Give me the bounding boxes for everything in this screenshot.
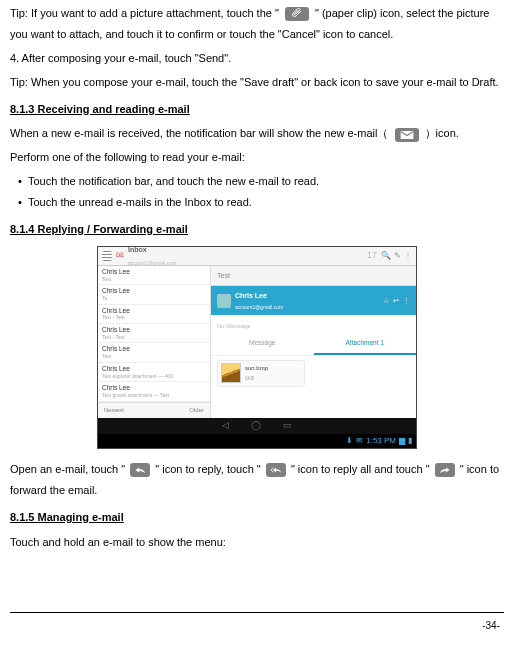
envelope-icon-svg xyxy=(400,129,414,141)
avatar xyxy=(217,294,231,308)
app-toolbar: ✉ Inbox account1@gmail.com 17 🔍 ✎ ⋮ xyxy=(98,247,416,266)
status-time: 1:53 PM xyxy=(366,433,396,448)
list-item: Chris Lee Test explorer attachment — 400 xyxy=(98,363,210,382)
sender-actions: ☆ ↩ ⋮ xyxy=(383,294,410,307)
item-name: Chris Lee xyxy=(102,326,206,334)
inbox-label: Inbox xyxy=(128,246,147,253)
compose-icon: ✎ xyxy=(394,248,401,263)
item-sub: Test - Test xyxy=(102,314,206,320)
item-name: Chris Lee xyxy=(102,365,206,373)
text: When a new e-mail is received, the notif… xyxy=(10,127,388,139)
recent-icon: ▭ xyxy=(283,417,292,434)
tip-save-draft: Tip: When you compose your e-mail, touch… xyxy=(10,72,504,93)
battery-icon: ▮ xyxy=(408,433,412,448)
attachment-text: sun.bmp 6KB xyxy=(245,363,268,384)
paperclip-icon-svg xyxy=(290,8,304,20)
forward-icon-svg xyxy=(439,465,451,475)
text: ）icon. xyxy=(425,127,459,139)
item-sub: Te xyxy=(102,295,206,301)
menu-icon xyxy=(102,251,112,261)
item-sub: Test - Test xyxy=(102,334,206,340)
perform-line: Perform one of the following to read you… xyxy=(10,147,504,168)
reply-icon xyxy=(130,463,150,477)
item-name: Chris Lee xyxy=(102,384,206,392)
heading-814: 8.1.4 Replying / Forwarding e-mail xyxy=(10,219,504,240)
screenshot-body: Chris Lee Test Chris Lee Te Chris Lee Te… xyxy=(98,266,416,418)
bullet-dot-icon: • xyxy=(18,192,28,213)
list-item: Chris Lee Te xyxy=(98,285,210,304)
message-pane: Test Chris Lee account1@gmail.com ☆ ↩ ⋮ xyxy=(211,266,416,418)
star-icon: ☆ xyxy=(383,294,389,307)
list-item: Chris Lee Test - Test xyxy=(98,305,210,324)
home-icon: ◯ xyxy=(251,417,261,434)
bullet-2: • Touch the unread e-mails in the Inbox … xyxy=(10,192,504,213)
attachment-list: sun.bmp 6KB xyxy=(211,356,416,418)
envelope-icon xyxy=(395,128,419,142)
attachment-thumb xyxy=(221,363,241,383)
paperclip-icon xyxy=(285,7,309,21)
tip-attachment: Tip: If you want to add a picture attach… xyxy=(10,3,504,45)
bullet-text: Touch the notification bar, and touch th… xyxy=(28,171,319,192)
sender-bar: Chris Lee account1@gmail.com ☆ ↩ ⋮ xyxy=(211,286,416,315)
screenshot-frame: ✉ Inbox account1@gmail.com 17 🔍 ✎ ⋮ Chri… xyxy=(97,246,417,449)
tab-message: Message xyxy=(211,334,314,354)
attachment-name: sun.bmp xyxy=(245,363,268,374)
text: " icon to reply all and touch " xyxy=(291,463,430,475)
attachment-item: sun.bmp 6KB xyxy=(217,360,305,387)
bullet-text: Touch the unread e-mails in the Inbox to… xyxy=(28,192,252,213)
manage-line: Touch and hold an e-mail to show the men… xyxy=(10,532,504,553)
overflow-icon: ⋮ xyxy=(404,248,412,263)
document-page: Tip: If you want to add a picture attach… xyxy=(0,3,514,645)
item-name: Chris Lee xyxy=(102,287,206,295)
item-sub: Test explorer attachment — 400 xyxy=(102,373,206,379)
email-app-screenshot: ✉ Inbox account1@gmail.com 17 🔍 ✎ ⋮ Chri… xyxy=(10,246,504,449)
android-nav-bar: ◁ ◯ ▭ xyxy=(98,418,416,434)
app-envelope-icon: ✉ xyxy=(116,247,124,264)
reply-icon-svg xyxy=(134,465,146,475)
item-name: Chris Lee xyxy=(102,307,206,315)
step-4: 4. After composing your e-mail, touch "S… xyxy=(10,48,504,69)
receive-line: When a new e-mail is received, the notif… xyxy=(10,123,504,144)
mail-status-icon: ✉ xyxy=(356,433,363,448)
item-sub: Test xyxy=(102,353,206,359)
android-status-bar: ⬇ ✉ 1:53 PM ▆ ▮ xyxy=(98,434,416,448)
sender-address: account1@gmail.com xyxy=(235,303,283,313)
bullet-1: • Touch the notification bar, and touch … xyxy=(10,171,504,192)
tab-attachment: Attachment 1 xyxy=(314,334,417,354)
text: Tip: If you want to add a picture attach… xyxy=(10,7,279,19)
subject-bar: Test xyxy=(211,266,416,286)
unread-count: 17 xyxy=(367,247,377,264)
back-icon: ◁ xyxy=(222,417,229,434)
item-sub: Test xyxy=(102,276,206,282)
sender-block: Chris Lee account1@gmail.com xyxy=(235,289,283,312)
text: " icon to reply, touch " xyxy=(155,463,260,475)
toolbar-icons: 🔍 ✎ ⋮ xyxy=(381,248,412,263)
page-number: -34- xyxy=(10,613,504,635)
heading-815: 8.1.5 Managing e-mail xyxy=(10,507,504,528)
list-item: Chris Lee Test - Test xyxy=(98,324,210,343)
message-tabs: Message Attachment 1 xyxy=(211,334,416,355)
attachment-size: 6KB xyxy=(245,374,268,384)
list-item: Chris Lee Test xyxy=(98,343,210,362)
bullet-dot-icon: • xyxy=(18,171,28,192)
reply-icon: ↩ xyxy=(393,294,399,307)
item-name: Chris Lee xyxy=(102,345,206,353)
list-item: Chris Lee Test gravel attachment — Test xyxy=(98,382,210,401)
reply-forward-line: Open an e-mail, touch " " icon to reply,… xyxy=(10,459,504,501)
message-list: Chris Lee Test Chris Lee Te Chris Lee Te… xyxy=(98,266,211,418)
wifi-icon: ▆ xyxy=(399,433,405,448)
list-item: Chris Lee Test xyxy=(98,266,210,285)
reply-all-icon-svg xyxy=(270,465,282,475)
no-message-label: No Message xyxy=(211,315,416,334)
forward-icon xyxy=(435,463,455,477)
heading-813: 8.1.3 Receiving and reading e-mail xyxy=(10,99,504,120)
pager-older: Older xyxy=(189,405,204,416)
search-icon: 🔍 xyxy=(381,248,391,263)
text: Open an e-mail, touch " xyxy=(10,463,125,475)
item-sub: Test gravel attachment — Test xyxy=(102,392,206,398)
reply-all-icon xyxy=(266,463,286,477)
download-icon: ⬇ xyxy=(346,433,353,448)
item-name: Chris Lee xyxy=(102,268,206,276)
list-pager: Newest Older xyxy=(98,402,210,418)
sender-name: Chris Lee xyxy=(235,289,283,302)
